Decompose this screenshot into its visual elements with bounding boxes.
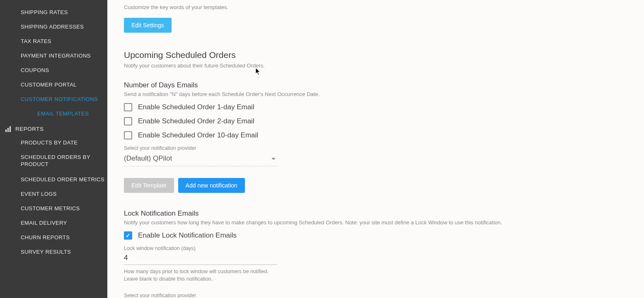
svg-rect-1 — [7, 128, 9, 132]
sidebar-item-customer-notifications[interactable]: CUSTOMER NOTIFICATIONS — [0, 92, 107, 106]
sidebar-item-shipping-rates[interactable]: SHIPPING RATES — [0, 5, 107, 19]
lock-helper-1: How many days prior to lock window will … — [124, 268, 627, 276]
checkbox-2day-email[interactable]: Enable Scheduled Order 2-day Email — [124, 117, 627, 125]
sidebar-item-email-delivery[interactable]: EMAIL DELIVERY — [0, 216, 107, 230]
lock-days-input[interactable]: 4 — [124, 252, 277, 265]
svg-rect-2 — [10, 126, 11, 132]
sidebar-item-products-by-date[interactable]: PRODUCTS BY DATE — [0, 135, 107, 150]
sidebar-item-survey-results[interactable]: SURVEY RESULTS — [0, 245, 107, 259]
sidebar-item-shipping-addresses[interactable]: SHIPPING ADDRESSES — [0, 19, 107, 34]
sidebar-item-event-logs[interactable]: EVENT LOGS — [0, 187, 107, 201]
checkbox-label: Enable Scheduled Order 10-day Email — [138, 131, 258, 139]
svg-rect-0 — [5, 130, 7, 132]
sidebar-item-tax-rates[interactable]: TAX RATES — [0, 34, 107, 48]
days-email-subtitle: Send a notification "N" days before each… — [124, 91, 627, 97]
provider-select[interactable]: (Default) QPilot — [124, 152, 277, 166]
sidebar-item-scheduled-order-metrics[interactable]: SCHEDULED ORDER METRICS — [0, 172, 107, 187]
checkbox-label: Enable Scheduled Order 1-day Email — [138, 103, 254, 111]
sidebar-section-label: REPORTS — [15, 126, 44, 132]
days-email-title: Number of Days Emails — [124, 81, 627, 89]
sidebar-item-coupons[interactable]: COUPONS — [0, 63, 107, 77]
input-value: 4 — [124, 254, 128, 262]
sidebar-item-churn-reports[interactable]: CHURN REPORTS — [0, 230, 107, 245]
checkbox-10day-email[interactable]: Enable Scheduled Order 10-day Email — [124, 131, 627, 139]
edit-template-button[interactable]: Edit Template — [124, 178, 174, 193]
main-content: Customize the key words of your template… — [107, 0, 644, 298]
sidebar-item-email-templates[interactable]: EMAIL TEMPLATES — [0, 106, 107, 121]
templates-subtitle: Customize the key words of your template… — [124, 4, 627, 10]
bar-chart-icon — [5, 126, 11, 132]
provider-label: Select your notification provider — [124, 145, 627, 151]
checkbox-icon — [124, 117, 132, 125]
sidebar: SHIPPING RATES SHIPPING ADDRESSES TAX RA… — [0, 0, 107, 298]
checkbox-lock-notification[interactable]: Enable Lock Notification Emails — [124, 231, 627, 240]
checkbox-label: Enable Scheduled Order 2-day Email — [138, 117, 254, 125]
upcoming-title: Upcoming Scheduled Orders — [124, 50, 627, 60]
checkbox-1day-email[interactable]: Enable Scheduled Order 1-day Email — [124, 103, 627, 111]
checkbox-icon — [124, 103, 132, 111]
chevron-down-icon — [271, 158, 276, 160]
lock-days-label: Lock window notification (days) — [124, 245, 627, 251]
checkbox-icon — [124, 131, 132, 139]
lock-helper-2: Leave blank to disable this notification… — [124, 276, 627, 283]
add-notification-button[interactable]: Add new notification — [178, 178, 245, 193]
checkbox-checked-icon — [124, 231, 132, 240]
edit-settings-button[interactable]: Edit Settings — [124, 18, 172, 33]
lock-subtitle: Notify your customers how long they have… — [124, 219, 627, 226]
lock-provider-label: Select your notification provider — [124, 293, 627, 298]
checkbox-label: Enable Lock Notification Emails — [138, 231, 237, 240]
sidebar-section-reports[interactable]: REPORTS — [0, 121, 107, 135]
sidebar-item-customer-metrics[interactable]: CUSTOMER METRICS — [0, 201, 107, 216]
lock-title: Lock Notification Emails — [124, 209, 627, 218]
sidebar-item-customer-portal[interactable]: CUSTOMER PORTAL — [0, 77, 107, 92]
select-value: (Default) QPilot — [124, 154, 172, 162]
upcoming-subtitle: Notify your customers about their future… — [124, 62, 627, 69]
sidebar-item-payment-integrations[interactable]: PAYMENT INTEGRATIONS — [0, 48, 107, 63]
sidebar-item-scheduled-orders-by-product[interactable]: SCHEDULED ORDERS BY PRODUCT — [0, 150, 107, 172]
